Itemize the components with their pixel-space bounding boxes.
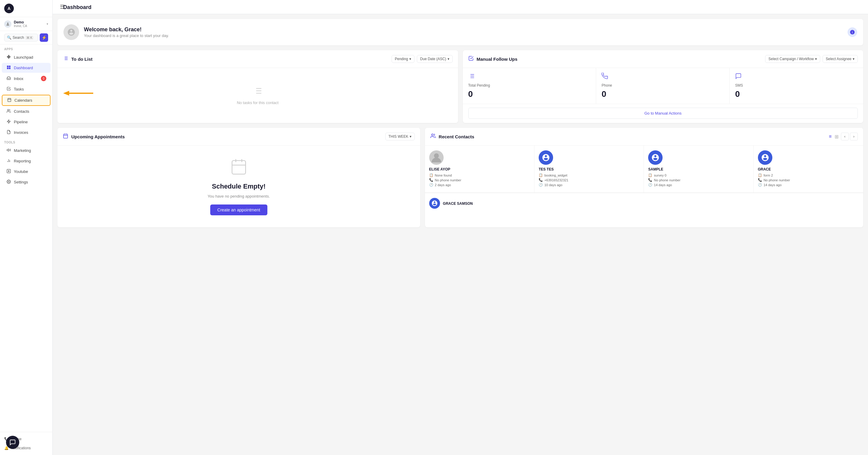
sample-time: 🕐 14 days ago	[648, 183, 749, 187]
sidebar-search: 🔍 Search ⌘ K ⚡	[0, 31, 52, 44]
tes-name: TES TES	[539, 167, 640, 172]
followup-stats: Total Pending 0 Phone 0 SM	[463, 68, 864, 104]
sms-stat-label: SMS	[735, 83, 858, 88]
svg-rect-38	[63, 134, 68, 138]
todo-icon	[63, 56, 68, 63]
grace-source: 📋 form 2	[758, 173, 859, 177]
sidebar-item-pipeline[interactable]: Pipeline	[2, 117, 51, 127]
svg-marker-11	[7, 120, 10, 123]
todo-empty: No tasks for this contact	[57, 68, 458, 123]
svg-rect-2	[7, 66, 8, 67]
due-date-chevron: ▾	[447, 57, 450, 61]
grace-samson-avatar	[429, 198, 440, 209]
svg-rect-3	[9, 66, 10, 67]
svg-rect-5	[9, 68, 10, 69]
bottom-panels-row: Upcoming Appointments THIS WEEK ▾ Schedu…	[57, 128, 863, 228]
contacts-grid: ELISE AYOP 📋 None found 📞 No phone numbe…	[425, 146, 863, 193]
appointments-title: Upcoming Appointments	[71, 134, 125, 139]
account-switcher[interactable]: Demo Irvine, CA ▾	[0, 17, 52, 31]
sample-avatar	[648, 150, 662, 165]
source-icon: 📋	[648, 173, 652, 177]
search-shortcut: ⌘ K	[25, 36, 33, 40]
this-week-button[interactable]: THIS WEEK ▾	[385, 132, 415, 141]
pipeline-label: Pipeline	[14, 120, 28, 124]
sidebar-item-dashboard[interactable]: Dashboard	[2, 63, 51, 73]
due-date-filter[interactable]: Due Date (ASC) ▾	[417, 55, 453, 63]
todo-empty-message: No tasks for this contact	[237, 100, 279, 105]
tasks-icon	[6, 87, 11, 92]
tes-time: 🕐 10 days ago	[539, 183, 640, 187]
sidebar-item-calendars[interactable]: Calendars	[2, 95, 51, 106]
source-icon: 📋	[758, 173, 762, 177]
sidebar-item-marketing[interactable]: Marketing	[2, 146, 51, 155]
prev-arrow[interactable]: ‹	[841, 132, 849, 141]
quick-action-button[interactable]: ⚡	[40, 33, 48, 42]
appointments-actions: THIS WEEK ▾	[385, 132, 415, 141]
svg-point-1	[8, 56, 9, 57]
time-icon: 🕐	[648, 183, 652, 187]
inbox-label: Inbox	[14, 77, 24, 81]
phone-icon: 📞	[758, 178, 762, 182]
total-pending-value: 0	[468, 89, 591, 99]
elise-source: 📋 None found	[429, 173, 530, 177]
tes-phone: 📞 +639165232321	[539, 178, 640, 182]
account-avatar	[4, 21, 11, 28]
recent-contacts-panel: Recent Contacts ≡ ⊞ ‹ ›	[425, 128, 863, 228]
welcome-title: Welcome back, Grace!	[84, 27, 169, 33]
svg-rect-6	[8, 98, 11, 102]
elise-name: ELISE AYOP	[429, 167, 530, 172]
go-to-manual-actions-button[interactable]: Go to Manual Actions	[468, 108, 858, 119]
sidebar-item-invoices[interactable]: Invoices	[2, 127, 51, 138]
apps-section-label: Apps	[0, 44, 52, 52]
followup-title: Manual Follow Ups	[477, 57, 518, 62]
sidebar-item-inbox[interactable]: Inbox 0	[2, 73, 51, 84]
sidebar-item-tasks[interactable]: Tasks	[2, 84, 51, 94]
phone-icon: 📞	[648, 178, 652, 182]
settings-label: Settings	[14, 180, 28, 184]
contacts-panel-title: Recent Contacts	[439, 134, 474, 139]
account-name: Demo	[14, 20, 46, 24]
calendars-label: Calendars	[14, 98, 32, 102]
search-button[interactable]: 🔍 Search ⌘ K	[4, 34, 38, 41]
contact-card-tes[interactable]: TES TES 📋 booking_widget 📞 +639165232321…	[534, 146, 644, 193]
reporting-icon	[6, 158, 11, 163]
list-view-button[interactable]: ≡	[828, 133, 832, 140]
phone-stat: Phone 0	[596, 68, 730, 104]
marketing-icon	[6, 148, 11, 153]
sidebar-item-youtube[interactable]: Youtube	[2, 166, 51, 177]
next-arrow[interactable]: ›	[850, 132, 858, 141]
chat-bubble-button[interactable]	[6, 436, 19, 449]
followup-icon	[468, 56, 474, 63]
contacts-icon	[6, 109, 11, 114]
svg-point-18	[8, 181, 9, 182]
select-assignee-label: Select Assignee	[826, 57, 851, 61]
contact-card-sample[interactable]: SAMPLE 📋 survey 0 📞 No phone number 🕐 14…	[644, 146, 753, 193]
sidebar-item-contacts[interactable]: Contacts	[2, 107, 51, 116]
phone-stat-value: 0	[601, 89, 724, 99]
marketing-label: Marketing	[14, 148, 31, 153]
todo-actions: Pending ▾ Due Date (ASC) ▾	[392, 55, 453, 63]
source-icon: 📋	[539, 173, 543, 177]
contacts-label: Contacts	[14, 109, 29, 114]
svg-marker-17	[8, 171, 9, 172]
sidebar-item-settings[interactable]: Settings	[2, 177, 51, 187]
contact-card-elise[interactable]: ELISE AYOP 📋 None found 📞 No phone numbe…	[425, 146, 534, 193]
select-campaign-button[interactable]: Select Campaign / Workflow ▾	[765, 55, 820, 63]
contact-card-grace[interactable]: GRACE 📋 form 2 📞 No phone number 🕐 14 da…	[754, 146, 863, 193]
inbox-icon	[6, 76, 11, 81]
sms-stat: SMS 0	[730, 68, 863, 104]
invoices-label: Invoices	[14, 130, 28, 135]
youtube-icon	[6, 169, 11, 174]
create-appointment-button[interactable]: Create an appointment	[210, 205, 268, 215]
grid-view-button[interactable]: ⊞	[834, 133, 839, 140]
contact-card-grace-samson[interactable]: GRACE SAMSON	[425, 193, 863, 216]
select-assignee-button[interactable]: Select Assignee ▾	[823, 55, 858, 63]
sidebar-item-reporting[interactable]: Reporting	[2, 156, 51, 166]
sidebar: A Demo Irvine, CA ▾ 🔍 Search ⌘ K ⚡ Apps …	[0, 0, 53, 455]
sidebar-item-launchpad[interactable]: Launchpad	[2, 52, 51, 62]
grace-time: 🕐 14 days ago	[758, 183, 859, 187]
total-pending-icon	[468, 73, 591, 81]
tes-source: 📋 booking_widget	[539, 173, 640, 177]
calendar-empty-icon	[230, 158, 248, 179]
pending-filter[interactable]: Pending ▾	[392, 55, 414, 63]
